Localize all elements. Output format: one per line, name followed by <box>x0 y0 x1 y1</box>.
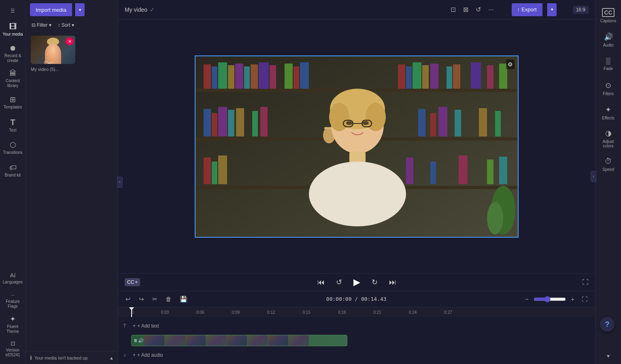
sort-button[interactable]: ↕ Sort ▾ <box>56 21 76 29</box>
sidebar-item-version[interactable]: ⊡ Version ef25241 <box>1 337 25 361</box>
right-sidebar-item-speed[interactable]: ⏱ Speed <box>596 152 621 177</box>
feature-flags-icon: ··· <box>11 293 15 298</box>
add-text-button[interactable]: + + Add text <box>133 323 159 329</box>
captions-icon: CC <box>602 8 614 17</box>
sidebar-item-templates[interactable]: ⊞ Templates <box>1 92 25 114</box>
svg-rect-26 <box>204 109 211 136</box>
speed-label: Speed <box>602 167 614 172</box>
chevron-down-button[interactable]: ▾ <box>607 353 610 359</box>
skip-to-end-button[interactable]: ⏭ <box>387 277 398 288</box>
skip-to-start-button[interactable]: ⏮ <box>316 277 326 288</box>
fast-forward-button[interactable]: ↻ <box>370 276 379 288</box>
sidebar-item-record-create[interactable]: ⏺ Record & create <box>1 41 25 66</box>
redo-button[interactable]: ↪ <box>136 294 147 304</box>
rewind-button[interactable]: ↺ <box>334 276 344 288</box>
sidebar-item-your-media[interactable]: 🎞 Your media <box>1 19 25 41</box>
timeline-time-display: 00:00:00 / 00:14.43 <box>193 296 519 302</box>
svg-rect-6 <box>218 62 227 89</box>
export-button[interactable]: ↑ Export <box>512 3 542 16</box>
playhead-triangle <box>129 307 134 310</box>
captions-label: Captions <box>600 19 616 23</box>
sidebar-item-text[interactable]: T Text <box>1 114 25 137</box>
sort-chevron-icon: ▾ <box>72 22 74 28</box>
rotate-button[interactable]: ↺ <box>474 4 483 15</box>
playhead[interactable] <box>131 307 132 317</box>
svg-point-54 <box>346 121 353 125</box>
save-icon: 💾 <box>180 296 187 302</box>
right-sidebar-item-audio[interactable]: 🔊 Audio <box>596 28 621 52</box>
right-sidebar-item-captions[interactable]: CC Captions <box>596 3 621 28</box>
svg-rect-30 <box>236 108 244 136</box>
text-track-row: T + + Add text <box>118 319 595 333</box>
svg-rect-32 <box>260 107 268 136</box>
add-text-label: + Add text <box>137 323 159 329</box>
timeline-ruler: 0 0:03 0:06 0:09 0:12 0:15 0:18 0:21 0:2… <box>118 307 595 317</box>
svg-rect-28 <box>218 107 227 136</box>
backup-status-text: Your media isn't backed up <box>34 355 87 360</box>
add-audio-button[interactable]: + + Add audio <box>133 352 163 358</box>
text-track-label: T <box>118 323 131 329</box>
fit-screen-button[interactable]: ⊡ <box>449 4 457 15</box>
more-options-button[interactable]: ··· <box>487 4 495 15</box>
effects-label: Effects <box>602 116 614 120</box>
filter-sort-bar: ⊟ Filter ▾ ↕ Sort ▾ <box>26 19 118 31</box>
ruler-mark-24: 0:24 <box>409 310 417 315</box>
export-arrow-button[interactable]: ▾ <box>547 3 557 16</box>
svg-rect-47 <box>459 155 468 184</box>
delete-media-button[interactable]: ✕ <box>66 37 74 45</box>
zoom-out-button[interactable]: − <box>523 294 531 304</box>
captions-button[interactable]: CC + <box>125 278 140 286</box>
right-sidebar-item-fade[interactable]: ▒ Fade <box>596 52 621 76</box>
expand-timeline-button[interactable]: ⛶ <box>579 294 590 304</box>
sidebar-item-feature-flags[interactable]: ··· Feature Flags <box>1 289 25 312</box>
save-button[interactable]: 💾 <box>177 294 190 304</box>
help-button[interactable]: ? <box>600 317 615 332</box>
backup-status-bar: ℹ Your media isn't backed up ▲ <box>26 351 118 364</box>
zoom-slider[interactable] <box>534 296 566 302</box>
text-track-content: + + Add text <box>131 320 595 332</box>
sidebar-label-fluent-theme: Fluent Theme <box>2 324 23 334</box>
ruler-content: 0 0:03 0:06 0:09 0:12 0:15 0:18 0:21 0:2… <box>118 307 595 317</box>
sidebar-item-brand-kit[interactable]: 🏷 Brand kit <box>1 160 25 182</box>
undo-button[interactable]: ↩ <box>123 294 133 304</box>
svg-point-62 <box>487 202 503 234</box>
zoom-in-icon: + <box>571 296 574 302</box>
delete-button[interactable]: 🗑 <box>163 294 174 304</box>
fullscreen-button[interactable]: ⛶ <box>582 279 589 286</box>
sidebar-item-transitions[interactable]: ⬡ Transitions <box>1 137 25 160</box>
right-sidebar-item-effects[interactable]: ✦ Effects <box>596 100 621 125</box>
video-clip[interactable]: ⏸ 🔊 <box>131 335 347 346</box>
zoom-in-button[interactable]: + <box>568 294 577 304</box>
media-thumbnail[interactable]: ✕ Add to timeline ☞ <box>31 36 75 64</box>
replay-icon: ↺ <box>336 278 342 287</box>
right-sidebar-item-adjust-colors[interactable]: ◑ Adjust colors <box>596 125 621 152</box>
sidebar-item-languages[interactable]: Aí Languages <box>1 267 25 289</box>
sidebar-item-content-library[interactable]: 🏛 Content library <box>1 66 25 92</box>
crop-button[interactable]: ⊠ <box>461 4 470 15</box>
collapse-sidebar-button[interactable]: ‹ <box>591 171 596 182</box>
audio-track: + + Add audio <box>131 349 595 361</box>
canvas-settings-button[interactable]: ⚙ <box>506 60 515 69</box>
play-pause-button[interactable]: ▶ <box>352 275 362 289</box>
ruler-mark-12: 0:12 <box>267 310 275 315</box>
video-track-content[interactable]: ⏸ 🔊 <box>131 335 595 346</box>
sidebar-item-fluent-theme[interactable]: ✦ Fluent Theme <box>1 312 25 337</box>
svg-rect-29 <box>228 110 234 136</box>
import-media-button[interactable]: Import media <box>30 3 72 16</box>
filter-button[interactable]: ⊟ Filter ▾ <box>30 21 53 29</box>
import-media-arrow-button[interactable]: ▾ <box>75 3 85 16</box>
filter-chevron-icon: ▾ <box>49 22 51 28</box>
audio-track-label: ♪ <box>118 352 131 358</box>
cut-button[interactable]: ✂ <box>150 294 160 304</box>
left-sidebar: ☰ 🎞 Your media ⏺ Record & create 🏛 Conte… <box>0 0 26 364</box>
right-sidebar-item-filters[interactable]: ⊙ Filters <box>596 76 621 100</box>
sidebar-label-record: Record & create <box>2 53 23 63</box>
zoom-out-icon: − <box>525 296 529 302</box>
hamburger-menu[interactable]: ☰ <box>1 3 25 19</box>
crop-icon: ⊠ <box>463 6 468 13</box>
panel-collapse-arrow[interactable]: ‹ <box>117 177 123 188</box>
svg-rect-23 <box>471 62 481 89</box>
skip-forward-icon: ⏭ <box>389 278 396 287</box>
sidebar-label-text: Text <box>9 128 16 133</box>
sidebar-label-feature-flags: Feature Flags <box>2 299 23 309</box>
